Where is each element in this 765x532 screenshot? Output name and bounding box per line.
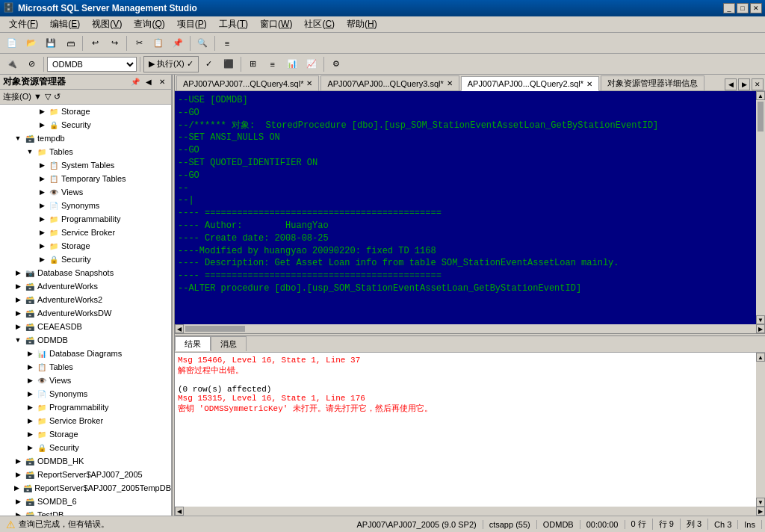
cancel-query-btn[interactable]: ⬛ xyxy=(220,56,238,72)
save-btn[interactable]: 💾 xyxy=(42,35,60,52)
oe-header-buttons[interactable]: 📌 ◀ ✕ xyxy=(129,76,168,87)
oe-filter-btn[interactable]: ▽ xyxy=(45,92,51,102)
res-hscroll-track[interactable] xyxy=(184,507,756,516)
save-all-btn[interactable]: 🗃 xyxy=(61,35,79,52)
tree-expander[interactable]: ▶ xyxy=(12,294,24,306)
hscroll-track[interactable] xyxy=(184,324,756,333)
tree-expander[interactable]: ▼ xyxy=(24,146,36,158)
open-btn[interactable]: 📂 xyxy=(22,35,40,52)
tree-expander[interactable]: ▶ xyxy=(12,509,24,516)
tab-scroll-left[interactable]: ◀ xyxy=(725,78,737,90)
tree-item-adventureworks2[interactable]: ▶🗃️AdventureWorks2 xyxy=(0,293,171,306)
tree-item-tables_tempdb[interactable]: ▼📁Tables xyxy=(0,145,171,158)
oe-refresh-btn[interactable]: ↺ xyxy=(54,92,61,102)
more-btn[interactable]: ≡ xyxy=(218,35,236,52)
menu-view[interactable]: 视图(V) xyxy=(86,16,128,32)
tree-expander[interactable]: ▶ xyxy=(36,226,48,238)
tree-item-reportservertemp[interactable]: ▶🗃️ReportServer$APJ007_2005TempDB xyxy=(0,481,171,495)
tree-item-synonyms_tempdb[interactable]: ▶📄Synonyms xyxy=(0,199,171,212)
tree-expander[interactable]: ▶ xyxy=(12,495,24,507)
client-stats-btn[interactable]: 📈 xyxy=(303,56,320,72)
tree-item-programmability_odmdb[interactable]: ▶📁Programmability xyxy=(0,400,171,414)
oe-pin-btn[interactable]: 📌 xyxy=(129,76,141,87)
tree-expander[interactable]: ▶ xyxy=(12,267,24,279)
new-query-btn[interactable]: 📄 xyxy=(3,35,21,52)
tree-item-storage_odmdb[interactable]: ▶📁Storage xyxy=(0,427,171,441)
menu-file[interactable]: 文件(F) xyxy=(3,16,44,32)
tab-close-all[interactable]: ✕ xyxy=(752,78,764,90)
tree-expander[interactable]: ▶ xyxy=(24,374,36,386)
tree-expander[interactable]: ▶ xyxy=(24,442,36,454)
oe-connect-label[interactable]: 连接(O) ▼ xyxy=(3,91,42,102)
tree-expander[interactable]: ▶ xyxy=(36,200,48,211)
tab-details[interactable]: 对象资源管理器详细信息 xyxy=(601,75,704,90)
execute-button[interactable]: ▶ 执行(X) ✓ xyxy=(143,56,199,72)
tree-item-adventureworks[interactable]: ▶🗃️AdventureWorks xyxy=(0,279,171,293)
tree-expander[interactable]: ▶ xyxy=(24,415,36,427)
res-vscroll-up[interactable]: ▲ xyxy=(756,353,765,362)
tree-expander[interactable]: ▶ xyxy=(24,388,36,400)
tree-item-adventureworksdw[interactable]: ▶🗃️AdventureWorksDW xyxy=(0,306,171,320)
minimize-button[interactable]: _ xyxy=(723,3,735,13)
tree-item-somdb6[interactable]: ▶🗃️SOMDB_6 xyxy=(0,495,171,508)
tree-item-views_tempdb[interactable]: ▶👁️Views xyxy=(0,185,171,199)
hscroll-right[interactable]: ▶ xyxy=(756,324,765,333)
res-hscroll-left[interactable]: ◀ xyxy=(175,507,184,516)
results-tab-messages[interactable]: 消息 xyxy=(211,336,247,351)
query-options-btn[interactable]: ⚙ xyxy=(327,56,345,72)
window-controls[interactable]: _ □ ✕ xyxy=(723,3,762,13)
vscroll-down[interactable]: ▼ xyxy=(756,315,765,324)
menu-query[interactable]: 查询(Q) xyxy=(128,16,170,32)
tree-item-security_tempdb[interactable]: ▶🔒Security xyxy=(0,253,171,266)
res-hscroll-right[interactable]: ▶ xyxy=(756,507,765,516)
tree-expander[interactable]: ▶ xyxy=(24,428,36,440)
tree-expander[interactable]: ▼ xyxy=(12,334,24,346)
menu-tools[interactable]: 工具(T) xyxy=(213,16,254,32)
include-actual-plan-btn[interactable]: 📊 xyxy=(283,56,301,72)
tab-query2[interactable]: APJ007\APJ00...QLQuery2.sql* ✕ xyxy=(461,76,599,91)
tree-item-tempdb[interactable]: ▼🗃️tempdb xyxy=(0,132,171,145)
editor-hscrollbar[interactable]: ◀ ▶ xyxy=(175,324,765,333)
tree-expander[interactable]: ▶ xyxy=(36,240,48,252)
tree-item-temp_tables[interactable]: ▶📋Temporary Tables xyxy=(0,172,171,185)
menu-community[interactable]: 社区(C) xyxy=(298,16,341,32)
tree-item-tables_odmdb[interactable]: ▶📋Tables xyxy=(0,360,171,374)
menu-edit[interactable]: 编辑(E) xyxy=(44,16,86,32)
tree-item-system_tables[interactable]: ▶📋System Tables xyxy=(0,158,171,172)
tree-expander[interactable]: ▶ xyxy=(11,482,22,494)
menu-help[interactable]: 帮助(H) xyxy=(341,16,383,32)
tree-item-reportserver[interactable]: ▶🗃️ReportServer$APJ007_2005 xyxy=(0,468,171,481)
tree-expander[interactable]: ▶ xyxy=(12,455,24,467)
tree-expander[interactable]: ▶ xyxy=(24,361,36,373)
parse-btn[interactable]: ✓ xyxy=(200,56,218,72)
cut-btn[interactable]: ✂ xyxy=(130,35,148,52)
results-content[interactable]: Msg 15466, Level 16, State 1, Line 37 解密… xyxy=(175,353,756,507)
tab-scroll-right[interactable]: ▶ xyxy=(738,78,750,90)
redo-btn[interactable]: ↪ xyxy=(105,35,123,52)
results-text-btn[interactable]: ≡ xyxy=(264,56,282,72)
tree-item-testdb[interactable]: ▶🗃️TestDB xyxy=(0,508,171,516)
close-button[interactable]: ✕ xyxy=(750,3,762,13)
undo-btn[interactable]: ↩ xyxy=(86,35,104,52)
results-vscrollbar[interactable]: ▲ ▼ xyxy=(756,353,765,507)
copy-btn[interactable]: 📋 xyxy=(149,35,167,52)
tree-item-db_snapshots[interactable]: ▶📷Database Snapshots xyxy=(0,266,171,279)
vscroll-up[interactable]: ▲ xyxy=(756,91,765,100)
menu-window[interactable]: 窗口(W) xyxy=(254,16,298,32)
oe-close-btn[interactable]: ✕ xyxy=(156,76,168,87)
code-editor[interactable]: --USE [ODMDB] --GO --/****** 对象: StoredP… xyxy=(175,91,756,324)
maximize-button[interactable]: □ xyxy=(737,3,749,13)
tree-expander[interactable]: ▶ xyxy=(36,159,48,171)
tab-query3-close[interactable]: ✕ xyxy=(447,79,453,87)
oe-arrow-btn[interactable]: ◀ xyxy=(143,76,155,87)
tree-expander[interactable]: ▶ xyxy=(36,119,48,131)
tree-expander[interactable]: ▶ xyxy=(36,105,48,117)
results-tab-results[interactable]: 结果 xyxy=(175,336,211,351)
tab-query3[interactable]: APJ007\APJ00...QLQuery3.sql* ✕ xyxy=(320,75,459,90)
disconnect-btn[interactable]: ⊘ xyxy=(22,56,40,72)
tab-scroll-buttons[interactable]: ◀ ▶ ✕ xyxy=(725,78,764,90)
tree-expander[interactable]: ▶ xyxy=(24,401,36,413)
connect-btn[interactable]: 🔌 xyxy=(3,56,21,72)
tree-item-security_odmdb[interactable]: ▶🔒Security xyxy=(0,441,171,454)
tree-item-servicebroker_tempdb[interactable]: ▶📁Service Broker xyxy=(0,226,171,239)
